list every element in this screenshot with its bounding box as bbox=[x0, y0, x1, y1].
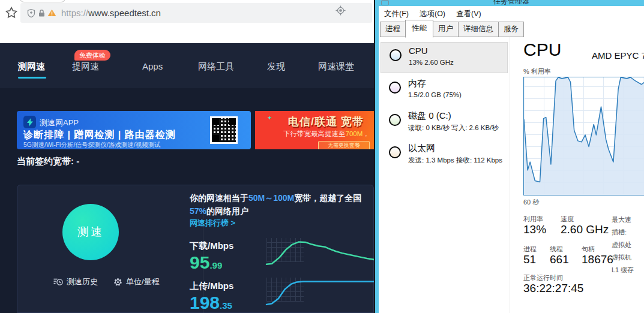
speed-ranking-link[interactable]: 网速排行榜 > bbox=[190, 218, 235, 228]
location-target-icon[interactable] bbox=[335, 5, 346, 16]
isp-banner-subline: 下行带宽最高提速至700M， bbox=[283, 130, 370, 139]
task-manager-window: 任务管理器 文件(F) 选项(O) 查看(V) 进程 性能 用户 详细信息 服务… bbox=[375, 0, 644, 313]
uptime-value: 36:22:27:45 bbox=[523, 282, 583, 295]
stat-speed-value: 2.60 GHz bbox=[561, 223, 609, 236]
taskmgr-body: CPU 13% 2.60 GHz 内存 1.5/2.0 GB (75%) 磁盘 … bbox=[379, 37, 644, 313]
screen: https://www.speedtest.cn 测网速 提网速 Apps 网络… bbox=[0, 0, 644, 313]
upload-label: 上传/Mbps bbox=[190, 281, 233, 292]
download-label: 下载/Mbps bbox=[190, 240, 233, 252]
stat-utilization-value: 13% bbox=[523, 223, 546, 236]
speedtest-panel: 测速 测速历史 bbox=[17, 185, 374, 313]
tab-details[interactable]: 详细信息 bbox=[458, 22, 499, 37]
upload-sparkline bbox=[266, 275, 374, 306]
side-label-virtual-processors: 虚拟处 bbox=[612, 240, 631, 249]
url-scheme: https:// bbox=[61, 8, 88, 18]
sensor-list: CPU 13% 2.60 GHz 内存 1.5/2.0 GB (75%) 磁盘 … bbox=[379, 37, 510, 313]
menu-options[interactable]: 选项(O) bbox=[420, 9, 445, 19]
taskmgr-title: 任务管理器 bbox=[379, 0, 644, 6]
app-promo-banner[interactable]: 测速网APP 诊断排障 | 蹭网检测 | 路由器检测 5G测速/Wi-Fi分析/… bbox=[17, 111, 251, 149]
nav-item-speedtest[interactable]: 测网速 bbox=[18, 61, 45, 73]
nav-item-boost[interactable]: 提网速 bbox=[72, 61, 99, 73]
isp-speed-highlight: 700M bbox=[346, 130, 363, 137]
stat-processes-value: 51 bbox=[523, 253, 536, 266]
stat-threads-value: 661 bbox=[550, 253, 569, 266]
menu-view[interactable]: 查看(V) bbox=[456, 9, 481, 19]
app-banner-subline: 5G测速/Wi-Fi分析/信号探测仪/游戏测速/视频测试 bbox=[23, 141, 161, 149]
time-axis-label: 60 秒 bbox=[523, 198, 539, 207]
side-label-l1-cache: L1 缓存 bbox=[612, 266, 634, 275]
tab-performance[interactable]: 性能 bbox=[405, 20, 433, 38]
side-label-sockets: 插槽: bbox=[612, 228, 627, 237]
isp-banner-button[interactable]: 无需更换套餐 bbox=[318, 141, 370, 149]
history-link[interactable]: 测速历史 bbox=[53, 276, 98, 287]
nav-item-course[interactable]: 网速课堂 bbox=[318, 61, 354, 73]
side-label-virtual-machine: 虚拟机 bbox=[612, 253, 631, 262]
stat-speed-label: 速度 bbox=[561, 215, 574, 224]
bookmark-star-icon[interactable] bbox=[4, 5, 19, 20]
cpu-utilization-graph[interactable] bbox=[523, 77, 644, 195]
address-bar[interactable]: https://www.speedtest.cn bbox=[20, 3, 372, 23]
disk-graph-thumb-icon bbox=[389, 114, 401, 126]
download-value: 95.99 bbox=[190, 252, 222, 273]
result-summary: 你的网速相当于50M～100M宽带，超越了全国57%的网络用户 bbox=[190, 191, 370, 218]
cpu-detail-title: CPU bbox=[523, 40, 561, 60]
app-banner-headline: 诊断排障 | 蹭网检测 | 路由器检测 bbox=[23, 129, 176, 142]
side-label-max-speed: 最大速 bbox=[612, 215, 631, 224]
active-nav-underline bbox=[18, 77, 46, 79]
browser-window: https://www.speedtest.cn 测网速 提网速 Apps 网络… bbox=[0, 0, 374, 313]
taskmgr-tabs: 进程 性能 用户 详细信息 服务 bbox=[380, 22, 523, 37]
menu-file[interactable]: 文件(F) bbox=[384, 9, 409, 19]
sensor-item-ethernet[interactable]: 以太网 发送: 1.3 Mbps 接收: 112 Kbps bbox=[381, 140, 508, 171]
url-text[interactable]: https://www.speedtest.cn bbox=[61, 8, 161, 18]
history-icon bbox=[53, 278, 63, 286]
stat-utilization-label: 利用率 bbox=[523, 215, 543, 224]
qr-code bbox=[210, 116, 238, 144]
sparkle-icon: ✦ bbox=[267, 115, 272, 121]
gear-icon bbox=[113, 278, 122, 287]
percentile-highlight: 57% bbox=[190, 206, 206, 216]
warning-icon bbox=[47, 9, 56, 17]
uptime-label: 正常运行时间 bbox=[523, 273, 563, 282]
ethernet-graph-thumb-icon bbox=[389, 146, 401, 158]
utilization-axis-label: % 利用率 bbox=[523, 67, 551, 76]
app-logo-icon bbox=[23, 116, 36, 128]
isp-banner-headline: 电信/联通 宽带 bbox=[288, 115, 364, 129]
upload-value: 198.35 bbox=[190, 293, 232, 313]
shield-icon[interactable] bbox=[26, 8, 36, 18]
stat-handles-label: 句柄 bbox=[582, 245, 595, 254]
cpu-detail-pane: CPU AMD EPYC 7 % 利用率 60 秒 利用率 13% 速度 2.6… bbox=[516, 37, 644, 313]
tab-processes[interactable]: 进程 bbox=[380, 22, 406, 37]
units-range-link[interactable]: 单位/量程 bbox=[113, 276, 160, 287]
bandwidth-range-highlight: 50M～100M bbox=[248, 193, 294, 203]
stat-handles-value: 18676 bbox=[582, 253, 613, 266]
nav-item-discover[interactable]: 发现 bbox=[267, 61, 285, 73]
tab-users[interactable]: 用户 bbox=[433, 22, 459, 37]
nav-item-tools[interactable]: 网络工具 bbox=[198, 61, 234, 73]
app-name: 测速网APP bbox=[40, 118, 79, 128]
tab-services[interactable]: 服务 bbox=[498, 22, 524, 37]
isp-promo-banner[interactable]: ✦ 电信/联通 宽带 下行带宽最高提速至700M， 无需更换套餐 bbox=[255, 111, 374, 149]
download-sparkline bbox=[266, 236, 374, 267]
site-navbar: 测网速 提网速 Apps 网络工具 发现 网速课堂 免费体验 bbox=[0, 43, 374, 88]
nav-item-apps[interactable]: Apps bbox=[142, 61, 163, 71]
free-trial-badge[interactable]: 免费体验 bbox=[74, 50, 110, 61]
sensor-item-disk[interactable]: 磁盘 0 (C:) 读取: 0 KB/秒 写入: 2.6 KB/秒 bbox=[381, 107, 508, 139]
start-test-button[interactable]: 测速 bbox=[62, 204, 119, 260]
taskmgr-titlebar[interactable]: 任务管理器 bbox=[379, 0, 644, 6]
stat-processes-label: 进程 bbox=[523, 245, 537, 254]
sensor-item-memory[interactable]: 内存 1.5/2.0 GB (75%) bbox=[381, 75, 508, 106]
sensor-item-cpu[interactable]: CPU 13% 2.60 GHz bbox=[381, 42, 508, 73]
url-host: www.speedtest.cn bbox=[88, 8, 161, 18]
taskmgr-app-icon bbox=[381, 0, 389, 5]
current-bandwidth-line: 当前签约宽带: - bbox=[17, 156, 79, 167]
cpu-graph-thumb-icon bbox=[390, 49, 402, 61]
memory-graph-thumb-icon bbox=[389, 82, 401, 94]
speedtest-page: 测网速 提网速 Apps 网络工具 发现 网速课堂 免费体验 测速网APP 诊断… bbox=[0, 43, 374, 313]
stat-threads-label: 线程 bbox=[550, 245, 563, 254]
lock-icon bbox=[38, 9, 46, 17]
browser-tab-bottom[interactable] bbox=[20, 0, 65, 2]
cpu-model-name: AMD EPYC 7 bbox=[592, 50, 644, 61]
